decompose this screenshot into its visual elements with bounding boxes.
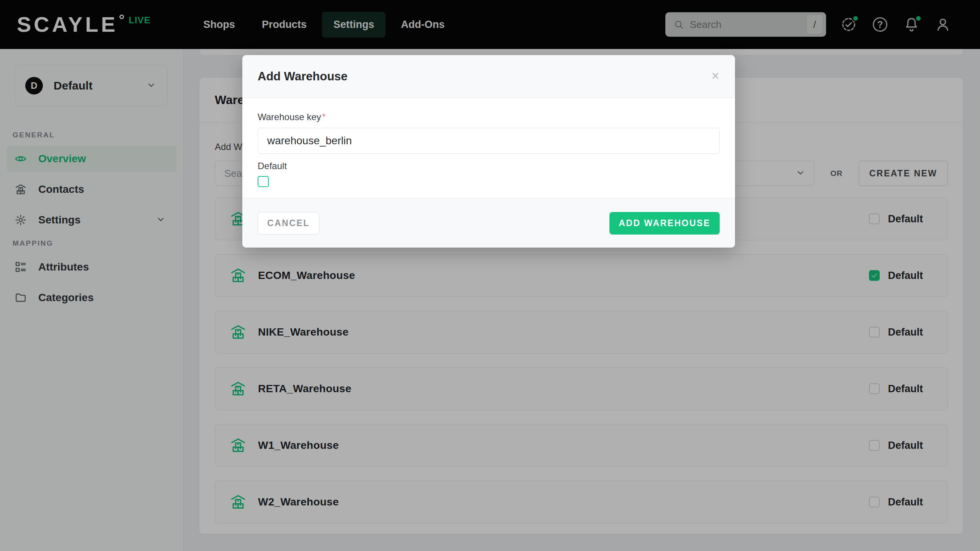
default-checkbox[interactable] [258,176,269,187]
modal-body: Warehouse key* Default [242,98,735,187]
add-warehouse-modal: Add Warehouse ✕ Warehouse key* Default C… [242,55,735,248]
modal-footer: CANCEL ADD WAREHOUSE [242,198,735,248]
warehouse-key-label-text: Warehouse key [258,112,321,122]
app-screen: SCAYLE LIVE Shops Products Settings Add-… [0,0,980,551]
default-field-label: Default [258,161,720,171]
cancel-button[interactable]: CANCEL [258,212,319,235]
modal-title: Add Warehouse [258,70,348,83]
add-warehouse-button[interactable]: ADD WAREHOUSE [609,212,720,235]
required-asterisk: * [322,112,326,121]
warehouse-key-input[interactable] [258,128,720,154]
close-icon[interactable]: ✕ [711,71,720,82]
modal-header: Add Warehouse ✕ [242,55,735,98]
warehouse-key-label: Warehouse key* [258,112,720,122]
